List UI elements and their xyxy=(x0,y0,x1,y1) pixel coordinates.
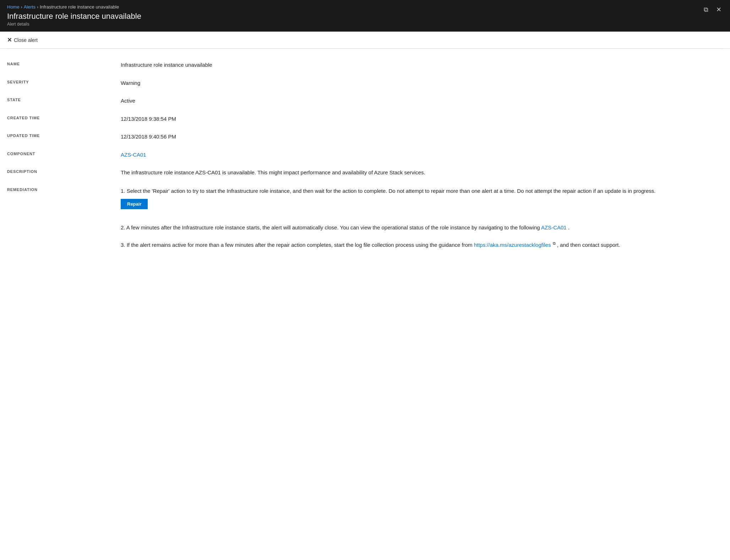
name-value: Infrastructure role instance unavailable xyxy=(121,61,723,69)
page-subtitle: Alert details xyxy=(7,22,723,27)
close-alert-label: Close alert xyxy=(14,37,38,43)
field-row-state: STATE Active xyxy=(0,92,730,110)
field-row-description: DESCRIPTION The infrastructure role inst… xyxy=(0,164,730,182)
remediation-step-2: 2. A few minutes after the Infrastructur… xyxy=(121,223,723,232)
updated-time-value: 12/13/2018 9:40:56 PM xyxy=(121,133,723,141)
updated-time-label: UPDATED TIME xyxy=(7,133,121,141)
state-label: STATE xyxy=(7,97,121,105)
remediation-step2-text: 2. A few minutes after the Infrastructur… xyxy=(121,223,723,232)
maximize-button[interactable]: ⧉ xyxy=(702,5,710,14)
maximize-icon: ⧉ xyxy=(704,6,708,13)
component-label: COMPONENT xyxy=(7,151,121,159)
field-row-component: COMPONENT AZS-CA01 xyxy=(0,146,730,164)
state-value: Active xyxy=(121,97,723,105)
remediation-label: REMEDIATION xyxy=(7,187,121,258)
close-alert-button[interactable]: ✕ Close alert xyxy=(7,35,38,45)
created-time-label: CREATED TIME xyxy=(7,115,121,123)
page-title: Infrastructure role instance unavailable xyxy=(7,12,723,21)
repair-button[interactable]: Repair xyxy=(121,199,148,209)
breadcrumb-alerts-link[interactable]: Alerts xyxy=(24,4,36,10)
close-icon: ✕ xyxy=(716,6,721,13)
created-time-value: 12/13/2018 9:38:54 PM xyxy=(121,115,723,123)
remediation-step-3: 3. If the alert remains active for more … xyxy=(121,240,723,249)
breadcrumb-home-link[interactable]: Home xyxy=(7,4,20,10)
remediation-step3-link[interactable]: https://aka.ms/azurestacklogfiles xyxy=(474,242,551,248)
toolbar: ✕ Close alert xyxy=(0,32,730,49)
severity-value: Warning xyxy=(121,79,723,87)
remediation-step2-link[interactable]: AZS-CA01 xyxy=(541,224,567,230)
remediation-step2-part2: . xyxy=(568,224,570,230)
header-actions: ⧉ ✕ xyxy=(702,5,723,14)
remediation-step3-part1: 3. If the alert remains active for more … xyxy=(121,242,473,248)
field-row-remediation: REMEDIATION 1. Select the 'Repair' actio… xyxy=(0,182,730,263)
component-value-link[interactable]: AZS-CA01 xyxy=(121,151,723,159)
page-header: Home › Alerts › Infrastructure role inst… xyxy=(0,0,730,32)
remediation-step2-part1: 2. A few minutes after the Infrastructur… xyxy=(121,224,540,230)
name-label: NAME xyxy=(7,61,121,69)
remediation-step3-part2: , and then contact support. xyxy=(557,242,620,248)
x-mark-icon: ✕ xyxy=(7,37,12,43)
field-row-name: NAME Infrastructure role instance unavai… xyxy=(0,56,730,74)
alert-details-content: NAME Infrastructure role instance unavai… xyxy=(0,49,730,277)
description-value: The infrastructure role instance AZS-CA0… xyxy=(121,169,723,177)
close-button[interactable]: ✕ xyxy=(715,5,723,14)
breadcrumb-sep-2: › xyxy=(37,5,38,10)
breadcrumb-sep-1: › xyxy=(21,5,22,10)
field-row-severity: SEVERITY Warning xyxy=(0,74,730,92)
external-link-icon: ⧉ xyxy=(553,241,556,245)
breadcrumb-current: Infrastructure role instance unavailable xyxy=(40,4,119,10)
remediation-step3-text: 3. If the alert remains active for more … xyxy=(121,240,723,249)
remediation-content: 1. Select the 'Repair' action to try to … xyxy=(121,187,723,258)
breadcrumb: Home › Alerts › Infrastructure role inst… xyxy=(7,4,723,10)
field-row-created-time: CREATED TIME 12/13/2018 9:38:54 PM xyxy=(0,110,730,128)
remediation-step-1: 1. Select the 'Repair' action to try to … xyxy=(121,187,723,215)
remediation-step1-text: 1. Select the 'Repair' action to try to … xyxy=(121,187,723,195)
description-label: DESCRIPTION xyxy=(7,169,121,177)
severity-label: SEVERITY xyxy=(7,79,121,87)
field-row-updated-time: UPDATED TIME 12/13/2018 9:40:56 PM xyxy=(0,128,730,146)
